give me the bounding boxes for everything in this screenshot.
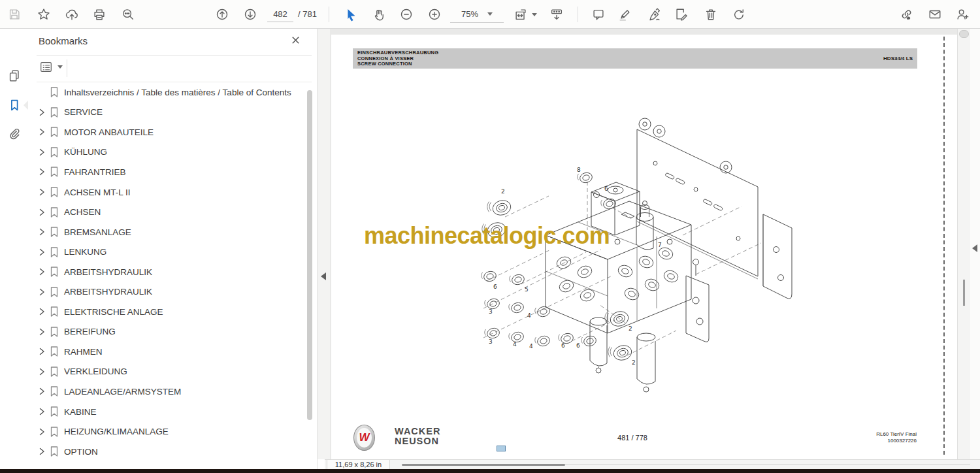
horizontal-scrollbar[interactable]: 11,69 x 8,26 in <box>325 459 980 470</box>
document-viewport[interactable]: EINSCHRAUBVERSCHRAUBUNG CONNEXION À VISS… <box>330 29 957 459</box>
save-icon <box>7 7 22 22</box>
envelope-icon <box>928 7 942 22</box>
reference-line2: 1000327226 <box>851 438 917 444</box>
close-icon <box>291 35 301 45</box>
bookmark-item[interactable]: ACHSEN <box>27 202 308 222</box>
page-total-label: / 781 <box>298 9 317 19</box>
bookmark-icon <box>50 107 59 118</box>
bookmark-item[interactable]: OPTION <box>27 442 308 462</box>
bookmark-label: ELEKTRISCHE ANLAGE <box>64 307 163 317</box>
comment-button[interactable] <box>587 3 610 25</box>
save-button[interactable] <box>3 3 25 25</box>
previous-page-button[interactable] <box>211 3 233 25</box>
diagram-callout-number: 6 <box>576 342 580 349</box>
model-label: HDS34/4 LS <box>883 56 913 61</box>
bookmark-label: FAHRANTRIEB <box>64 167 126 177</box>
link-annotation[interactable] <box>497 446 506 451</box>
bookmark-icon <box>50 227 59 237</box>
chevron-right-icon <box>39 308 45 316</box>
search-button[interactable] <box>117 3 139 25</box>
bookmark-label: SERVICE <box>64 107 103 117</box>
bookmark-icon <box>50 247 59 257</box>
email-button[interactable] <box>924 3 946 25</box>
vertical-scrollbar-thumb[interactable] <box>963 280 965 306</box>
next-page-button[interactable] <box>239 3 261 25</box>
bookmark-options-button[interactable] <box>39 61 63 73</box>
page-number-input[interactable] <box>267 7 293 22</box>
bookmark-item[interactable]: MOTOR ANBAUTEILE <box>27 122 308 142</box>
zoom-level-dropdown[interactable]: 75% <box>450 6 504 23</box>
bookmark-item[interactable]: Inhaltsverzeichnis / Table des matières … <box>27 82 308 103</box>
bookmark-item[interactable]: KABINE <box>27 402 308 422</box>
rotate-button[interactable] <box>728 3 750 25</box>
signature-button[interactable] <box>644 3 666 25</box>
delete-button[interactable] <box>700 3 722 25</box>
search-zoom-icon <box>121 7 135 22</box>
bookmark-item[interactable]: LENKUNG <box>27 242 308 262</box>
bookmark-item[interactable]: VERKLEIDUNG <box>27 362 308 382</box>
hand-tool-button[interactable] <box>368 3 390 25</box>
collapse-panel-arrow[interactable] <box>321 272 326 280</box>
close-panel-button[interactable] <box>291 35 302 47</box>
page-thumbnails-button[interactable] <box>6 67 23 84</box>
zoom-in-button[interactable] <box>423 3 446 25</box>
bookmark-item[interactable]: ACHSEN MT-L II <box>27 182 308 203</box>
bookmarks-panel-button[interactable] <box>6 97 23 114</box>
highlight-button[interactable] <box>613 3 636 25</box>
fill-and-sign-button[interactable] <box>670 3 693 25</box>
bookmarks-scrollbar-thumb[interactable] <box>307 90 312 420</box>
share-people-button[interactable] <box>951 3 973 25</box>
expand-right-panel-arrow[interactable] <box>972 244 977 252</box>
share-upload-button[interactable] <box>61 3 83 25</box>
vertical-scrollbar[interactable] <box>957 29 970 459</box>
chevron-down-icon[interactable] <box>532 13 537 16</box>
person-add-icon <box>955 7 970 22</box>
diagram-callout-number: 7 <box>658 242 662 248</box>
zoom-out-button[interactable] <box>395 3 417 25</box>
bookmark-item[interactable]: ARBEITSHYDRAULIK <box>27 282 308 302</box>
page-size-label: 11,69 x 8,26 in <box>327 460 390 470</box>
fit-page-button[interactable] <box>510 3 532 25</box>
bookmark-icon <box>50 207 59 218</box>
diagram-callout-number: 3 <box>489 308 493 315</box>
attachments-button[interactable] <box>6 125 23 142</box>
scrollbar-top-button[interactable] <box>959 30 969 38</box>
bookmark-item[interactable]: BEREIFUNG <box>27 322 308 342</box>
diagram-callout-number: 6 <box>493 284 497 290</box>
bookmark-item[interactable]: FAHRANTRIEB <box>27 162 308 182</box>
bookmark-item[interactable]: SERVICE <box>27 103 308 123</box>
bookmarks-scrollbar[interactable] <box>307 85 312 467</box>
chevron-right-icon <box>39 348 45 355</box>
arrow-down-circle-icon <box>243 7 257 22</box>
bookmark-label: Inhaltsverzeichnis / Table des matières … <box>64 88 291 97</box>
bookmark-item[interactable]: RAHMEN <box>27 342 308 362</box>
diagram-callout-number: 6 <box>604 186 608 192</box>
right-panel-edge <box>970 29 980 459</box>
bookmark-item[interactable]: HEIZUNG/KLIMAANLAGE <box>27 421 308 442</box>
printer-icon <box>92 7 106 22</box>
panel-title: Bookmarks <box>39 35 88 46</box>
favorite-button[interactable] <box>33 3 55 25</box>
document-page-number: 481 / 778 <box>600 434 665 442</box>
bookmark-icon <box>50 87 59 97</box>
options-separator <box>67 59 67 77</box>
bookmark-item[interactable]: LADEANLAGE/ARMSYSTEM <box>27 382 308 402</box>
bookmark-icon <box>50 427 59 437</box>
bookmark-item[interactable]: BREMSANLAGE <box>27 222 308 242</box>
bookmark-item[interactable]: ARBEITSHYDRAULIK <box>27 262 308 282</box>
bookmark-label: KABINE <box>64 407 97 417</box>
horizontal-scrollbar-thumb[interactable] <box>402 464 565 466</box>
minus-circle-icon <box>399 7 414 22</box>
bookmark-icon <box>50 327 59 337</box>
scroll-mode-button[interactable] <box>546 3 568 25</box>
bookmark-item[interactable]: ELEKTRISCHE ANLAGE <box>27 302 308 322</box>
share-link-button[interactable] <box>896 3 918 25</box>
chevron-right-icon <box>39 428 45 436</box>
select-tool-button[interactable] <box>340 3 362 25</box>
brand-line2: NEUSON <box>395 436 440 446</box>
bookmark-item[interactable]: KÜHLUNG <box>27 142 308 163</box>
chevron-right-icon <box>39 228 45 236</box>
print-button[interactable] <box>88 3 110 25</box>
chevron-right-icon <box>39 387 45 395</box>
plus-circle-icon <box>427 7 442 22</box>
